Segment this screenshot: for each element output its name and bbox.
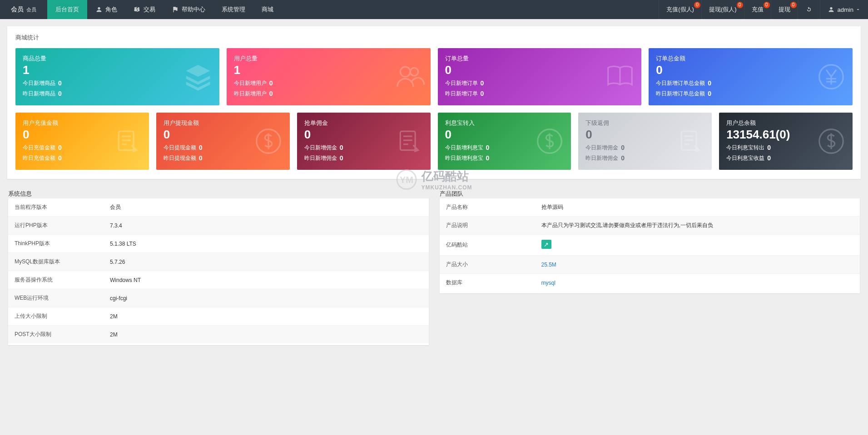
sysinfo-panel: 系统信息 当前程序版本会员运行PHP版本7.3.4ThinkPHP版本5.1.3… <box>8 190 429 345</box>
nav-label: 系统管理 <box>222 5 245 14</box>
yen-icon <box>815 61 847 93</box>
top-nav: 后台首页角色交易帮助中心系统管理商城 <box>47 0 282 19</box>
user-menu[interactable]: admin <box>820 0 868 19</box>
row-key: 产品名称 <box>440 198 535 217</box>
count-badge: 0 <box>764 2 770 8</box>
topright-label: 提现 <box>779 5 790 14</box>
team-title: 产品团队 <box>440 190 860 198</box>
row-value: 2M <box>104 307 429 326</box>
row-value: 7.3.4 <box>104 217 429 235</box>
table-row: 数据库mysql <box>440 274 860 292</box>
table-row: ThinkPHP版本5.1.38 LTS <box>8 235 429 253</box>
row-value: 2M <box>104 326 429 344</box>
stat-card-b-3[interactable]: 利息宝转入0今日新增利息宝0昨日新增利息宝0 <box>438 113 571 170</box>
topright-label: 充值(假人) <box>666 5 694 14</box>
stat-card-b-5[interactable]: 用户总余额13154.61(0)今日利息宝转出0今日利息宝收益0 <box>719 113 853 170</box>
topright-item-2[interactable]: 充值0 <box>744 0 771 19</box>
topbar: 会员 会员 后台首页角色交易帮助中心系统管理商城 充值(假人)0提现(假人)0充… <box>0 0 868 19</box>
row-key: 亿码酷站 <box>440 235 535 256</box>
nav-item-5[interactable]: 商城 <box>253 0 282 19</box>
table-row: 亿码酷站 <box>440 235 860 256</box>
table-row: 运行PHP版本7.3.4 <box>8 217 429 235</box>
user-icon <box>95 6 103 13</box>
row-value: 5.7.26 <box>104 253 429 271</box>
brand-name: 会员 <box>11 5 24 14</box>
topright-label: 充值 <box>752 5 764 14</box>
row-key: MySQL数据库版本 <box>8 253 104 271</box>
dollar-icon <box>815 125 847 157</box>
nav-label: 帮助中心 <box>182 5 205 14</box>
count-badge: 0 <box>737 2 743 8</box>
row-link[interactable]: 25.5M <box>541 262 556 268</box>
stack-icon <box>182 61 214 93</box>
topbar-right: 充值(假人)0提现(假人)0充值0提现0 admin <box>659 0 868 19</box>
sysinfo-table: 当前程序版本会员运行PHP版本7.3.4ThinkPHP版本5.1.38 LTS… <box>8 198 429 343</box>
table-row: 产品说明本产品只为学习测试交流,请勿要做商业或者用于违法行为,一切后果自负 <box>440 217 860 235</box>
nav-label: 交易 <box>144 5 155 14</box>
sysinfo-title: 系统信息 <box>8 190 429 198</box>
row-key: 运行PHP版本 <box>8 217 104 235</box>
row-value: Windows NT <box>104 271 429 289</box>
stat-card-b-0[interactable]: 用户充值金额0今日充值金额0昨日充值金额0 <box>15 113 149 170</box>
stats-title: 商城统计 <box>15 34 853 42</box>
row-value: 本产品只为学习测试交流,请勿要做商业或者用于违法行为,一切后果自负 <box>535 217 860 235</box>
topright-item-0[interactable]: 充值(假人)0 <box>659 0 701 19</box>
team-table: 产品名称抢单源码产品说明本产品只为学习测试交流,请勿要做商业或者用于违法行为,一… <box>440 198 860 292</box>
chevron-down-icon <box>855 7 861 12</box>
table-row: 产品大小25.5M <box>440 256 860 274</box>
nav-label: 后台首页 <box>55 5 79 14</box>
stat-card-b-2[interactable]: 抢单佣金0今日新增佣金0昨日新增佣金0 <box>297 113 431 170</box>
row-value: 会员 <box>104 198 429 217</box>
stat-card-a-3[interactable]: 订单总金额0今日新增订单总金额0昨日新增订单总金额0 <box>649 48 853 105</box>
row-value: 5.1.38 LTS <box>104 235 429 253</box>
user-icon <box>828 6 835 13</box>
nav-item-3[interactable]: 帮助中心 <box>164 0 213 19</box>
note-icon <box>393 125 425 157</box>
row-value: cgi-fcgi <box>104 289 429 307</box>
table-row: 产品名称抢单源码 <box>440 198 860 217</box>
stat-card-a-1[interactable]: 用户总量1今日新增用户0昨日新增用户0 <box>227 48 431 105</box>
topright-item-1[interactable]: 提现(假人)0 <box>701 0 744 19</box>
row-key: WEB运行环境 <box>8 289 104 307</box>
external-link-icon[interactable] <box>541 240 551 249</box>
stat-card-a-0[interactable]: 商品总量1今日新增商品0昨日新增商品0 <box>15 48 219 105</box>
topright-label: 提现(假人) <box>709 5 737 14</box>
table-row: 服务器操作系统Windows NT <box>8 271 429 289</box>
row-key: 产品说明 <box>440 217 535 235</box>
stat-card-a-2[interactable]: 订单总量0今日新增订单0昨日新增订单0 <box>438 48 642 105</box>
nav-label: 角色 <box>105 5 117 14</box>
row-key: 数据库 <box>440 274 535 292</box>
dollar-icon <box>253 125 284 157</box>
table-row: 当前程序版本会员 <box>8 198 429 217</box>
scale-icon <box>134 6 141 13</box>
note-icon <box>675 125 706 157</box>
table-row: POST大小限制2M <box>8 326 429 344</box>
refresh-button[interactable] <box>798 0 820 19</box>
user-name: admin <box>838 6 853 13</box>
nav-item-2[interactable]: 交易 <box>125 0 164 19</box>
svg-point-1 <box>410 68 418 76</box>
refresh-icon <box>805 6 813 13</box>
nav-label: 商城 <box>262 5 273 14</box>
row-value: 25.5M <box>535 256 860 274</box>
count-badge: 0 <box>694 2 700 8</box>
row-key: 当前程序版本 <box>8 198 104 217</box>
table-row: 上传大小限制2M <box>8 307 429 326</box>
note-icon <box>112 125 144 157</box>
stat-card-b-1[interactable]: 用户提现金额0今日提现金额0昨日提现金额0 <box>156 113 290 170</box>
nav-item-4[interactable]: 系统管理 <box>213 0 253 19</box>
row-link[interactable]: mysql <box>541 280 556 286</box>
brand: 会员 会员 <box>0 0 47 19</box>
nav-item-1[interactable]: 角色 <box>87 0 125 19</box>
topright-item-3[interactable]: 提现0 <box>771 0 798 19</box>
row-value: 抢单源码 <box>535 198 860 217</box>
two-column: 系统信息 当前程序版本会员运行PHP版本7.3.4ThinkPHP版本5.1.3… <box>7 190 861 345</box>
stat-card-b-4[interactable]: 下级返佣0今日新增佣金0昨日新增佣金0 <box>578 113 712 170</box>
row-key: ThinkPHP版本 <box>8 235 104 253</box>
nav-item-0[interactable]: 后台首页 <box>47 0 87 19</box>
row-key: 产品大小 <box>440 256 535 274</box>
row-key: POST大小限制 <box>8 326 104 344</box>
brand-sub: 会员 <box>26 6 36 13</box>
row-key: 服务器操作系统 <box>8 271 104 289</box>
table-row: MySQL数据库版本5.7.26 <box>8 253 429 271</box>
